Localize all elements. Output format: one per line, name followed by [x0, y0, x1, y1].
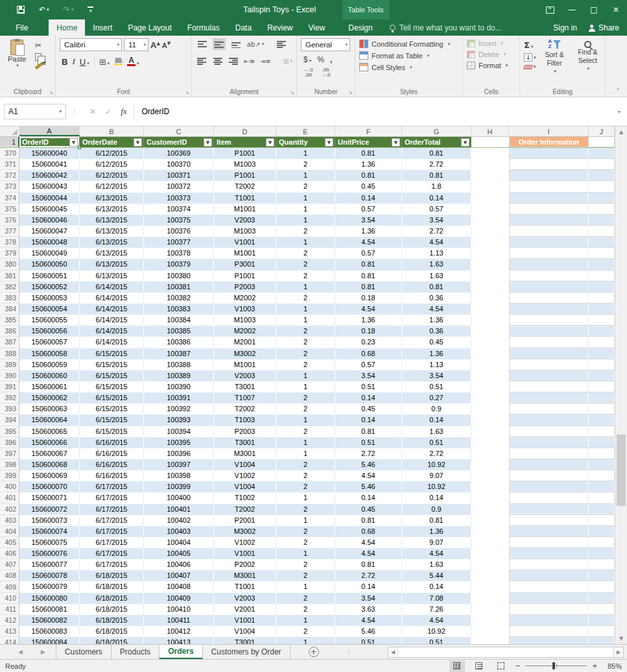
cell[interactable]: 100387 — [144, 348, 214, 359]
clear-button[interactable]: ▾ — [524, 64, 536, 69]
percent-style-button[interactable]: % — [317, 55, 324, 64]
cell[interactable] — [471, 293, 509, 304]
cell[interactable]: 3.54 — [335, 215, 402, 226]
cell[interactable]: 1 — [276, 170, 335, 181]
cell[interactable]: 2.72 — [402, 159, 471, 170]
cell[interactable]: 0.81 — [335, 559, 402, 570]
cell[interactable] — [471, 559, 509, 570]
cell[interactable]: 150600064 — [19, 414, 80, 426]
cell[interactable]: 1.63 — [402, 259, 471, 270]
cell[interactable]: 150600055 — [19, 315, 80, 326]
cell[interactable]: 2 — [276, 259, 335, 270]
row-header-1[interactable]: 1 — [0, 137, 19, 147]
column-header-B[interactable]: B — [80, 126, 144, 136]
vertical-scrollbar[interactable]: ▲ ▼ — [615, 126, 627, 644]
cell[interactable] — [509, 548, 589, 559]
share-button[interactable]: Share — [589, 23, 619, 32]
cell[interactable]: 100389 — [144, 370, 214, 381]
cell[interactable]: 6/17/2015 — [80, 526, 144, 537]
bold-button[interactable]: B — [62, 57, 67, 67]
scroll-up-icon[interactable]: ▲ — [615, 126, 627, 138]
cell[interactable] — [509, 403, 589, 414]
sheet-nav-right-icon[interactable]: ▶ — [41, 649, 45, 655]
cell[interactable]: 100376 — [144, 226, 214, 237]
cell[interactable]: 7.26 — [402, 604, 471, 615]
maximize-button[interactable]: □ — [583, 0, 605, 19]
comma-style-button[interactable]: , — [330, 55, 332, 64]
cell[interactable] — [471, 315, 509, 326]
cell[interactable]: M1003 — [214, 159, 276, 170]
cell[interactable]: 100398 — [144, 470, 214, 481]
horizontal-scrollbar[interactable]: ◀ ▶ — [388, 647, 624, 658]
cell[interactable]: 6/18/2015 — [80, 570, 144, 581]
page-layout-view-button[interactable] — [471, 660, 487, 672]
cell[interactable]: 3.63 — [335, 604, 402, 615]
cell[interactable]: P2003 — [214, 426, 276, 437]
merge-center-button[interactable]: ⊞▾ — [282, 55, 294, 67]
cell[interactable]: 0.51 — [335, 437, 402, 448]
cell[interactable] — [589, 148, 615, 159]
cell[interactable]: 1 — [276, 414, 335, 426]
cell[interactable]: 6/17/2015 — [80, 504, 144, 515]
cell[interactable]: 150600084 — [19, 637, 80, 644]
orientation-button[interactable]: ab↗▾ — [246, 38, 265, 50]
cell[interactable]: 0.81 — [335, 270, 402, 282]
sheet-nav-left-icon[interactable]: ◀ — [18, 649, 23, 655]
cell[interactable]: 150600082 — [19, 615, 80, 626]
cell[interactable]: 10.92 — [402, 459, 471, 470]
sheet-tab-products[interactable]: Products — [112, 645, 160, 659]
cell[interactable]: 0.51 — [402, 437, 471, 448]
sheet-tab-customers-by-order[interactable]: Customers by Order — [203, 645, 290, 659]
cell[interactable]: 100378 — [144, 248, 214, 259]
italic-button[interactable]: I — [72, 56, 75, 67]
row-header-402[interactable]: 402 — [0, 504, 19, 515]
cell[interactable]: 150600074 — [19, 526, 80, 537]
cell[interactable] — [589, 537, 615, 548]
cell[interactable]: 150600073 — [19, 515, 80, 526]
cell[interactable]: V1002 — [214, 470, 276, 481]
cell[interactable]: T3001 — [214, 637, 276, 644]
cell[interactable]: 9.07 — [402, 470, 471, 481]
cell[interactable]: V1003 — [214, 304, 276, 315]
cell[interactable] — [589, 570, 615, 581]
cell[interactable]: 100370 — [144, 159, 214, 170]
cell[interactable]: 3.54 — [335, 593, 402, 604]
row-header-380[interactable]: 380 — [0, 259, 19, 270]
ribbon-display-options-button[interactable]: ^ — [539, 0, 561, 19]
cell[interactable]: M2002 — [214, 326, 276, 337]
cell[interactable]: 6/17/2015 — [80, 481, 144, 492]
cell[interactable]: T3001 — [214, 381, 276, 392]
cell[interactable] — [589, 326, 615, 337]
cell[interactable]: 150600050 — [19, 259, 80, 270]
cell[interactable] — [471, 403, 509, 414]
cell[interactable]: 6/15/2015 — [80, 426, 144, 437]
cell[interactable]: 1.8 — [402, 181, 471, 192]
cell[interactable]: 0.57 — [335, 359, 402, 370]
row-header-391[interactable]: 391 — [0, 381, 19, 392]
cell[interactable] — [509, 248, 589, 259]
cell[interactable]: 2 — [276, 337, 335, 348]
cell[interactable]: 0.81 — [335, 426, 402, 437]
clipboard-dialog-launcher-icon[interactable]: ↘ — [49, 90, 53, 95]
cell[interactable]: V1001 — [214, 615, 276, 626]
row-header-396[interactable]: 396 — [0, 437, 19, 448]
cell[interactable]: 100411 — [144, 615, 214, 626]
cell[interactable]: 150600058 — [19, 348, 80, 359]
cell[interactable] — [589, 293, 615, 304]
table-header-cell-OrderDate[interactable]: OrderDate▼ — [80, 137, 144, 147]
cell[interactable]: 0.27 — [402, 392, 471, 403]
cell[interactable]: 0.81 — [335, 259, 402, 270]
cell[interactable]: 0.36 — [402, 326, 471, 337]
cell[interactable] — [589, 381, 615, 392]
cell[interactable] — [471, 414, 509, 426]
cell[interactable]: 4.54 — [402, 304, 471, 315]
cell[interactable]: 2.72 — [402, 448, 471, 459]
cell[interactable]: 2 — [276, 348, 335, 359]
cell[interactable] — [589, 437, 615, 448]
table-header-cell-OrderID[interactable]: OrderID▼ — [19, 137, 80, 147]
cell[interactable] — [589, 481, 615, 492]
sheet-tab-customers[interactable]: Customers — [56, 645, 112, 659]
cell[interactable] — [589, 426, 615, 437]
cell[interactable]: 2 — [276, 593, 335, 604]
tab-view[interactable]: View — [301, 19, 333, 36]
